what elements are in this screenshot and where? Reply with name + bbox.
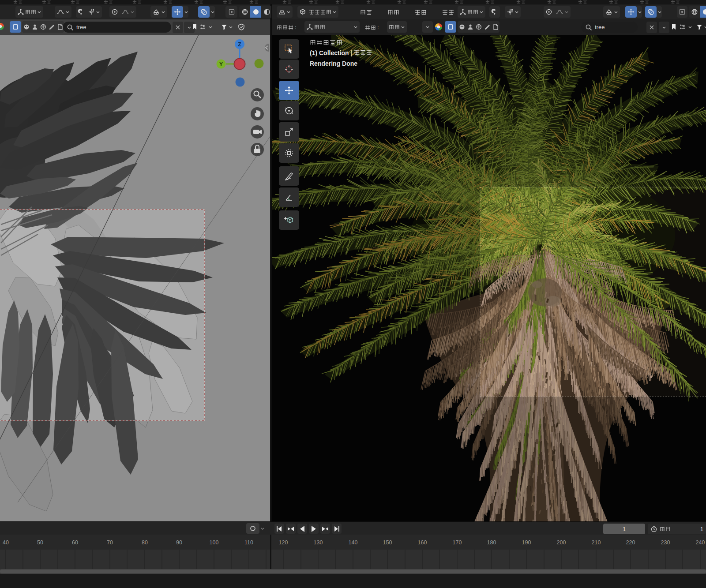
svg-text:160: 160 <box>418 539 427 546</box>
svg-text:180: 180 <box>487 539 496 546</box>
svg-text:190: 190 <box>522 539 531 546</box>
svg-text:100: 100 <box>210 539 219 546</box>
svg-text:90: 90 <box>176 539 182 546</box>
svg-text:Z: Z <box>238 41 241 48</box>
svg-text:50: 50 <box>37 539 43 546</box>
svg-text:80: 80 <box>142 539 148 546</box>
svg-text:120: 120 <box>279 539 288 546</box>
svg-text:140: 140 <box>349 539 358 546</box>
svg-text:150: 150 <box>383 539 392 546</box>
svg-text:70: 70 <box>107 539 113 546</box>
svg-text:110: 110 <box>244 539 253 546</box>
svg-text:170: 170 <box>453 539 462 546</box>
svg-text:60: 60 <box>72 539 78 546</box>
svg-text:Y: Y <box>219 61 223 67</box>
svg-text:40: 40 <box>3 539 9 546</box>
svg-text:200: 200 <box>557 539 566 546</box>
svg-text:220: 220 <box>626 539 635 546</box>
svg-text:240: 240 <box>696 539 705 546</box>
svg-text:230: 230 <box>661 539 670 546</box>
svg-text:210: 210 <box>592 539 601 546</box>
svg-text:130: 130 <box>314 539 323 546</box>
